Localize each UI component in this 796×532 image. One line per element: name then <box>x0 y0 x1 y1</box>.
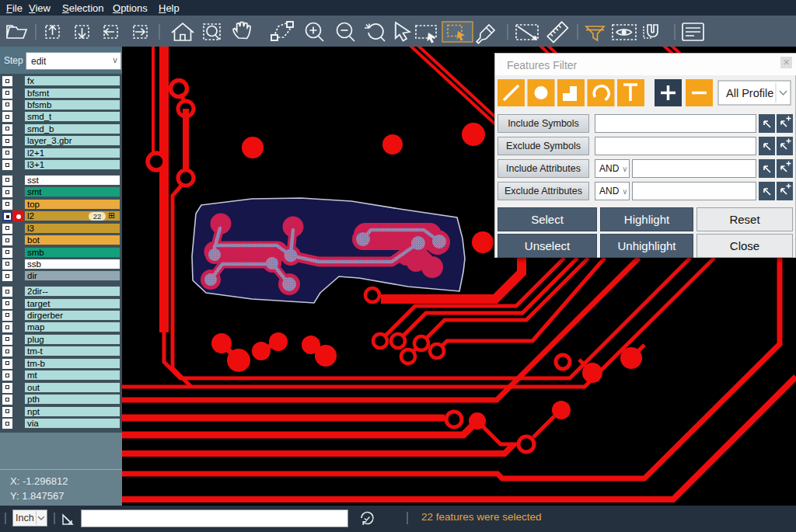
svg-text:All Profile: All Profile <box>726 87 773 99</box>
